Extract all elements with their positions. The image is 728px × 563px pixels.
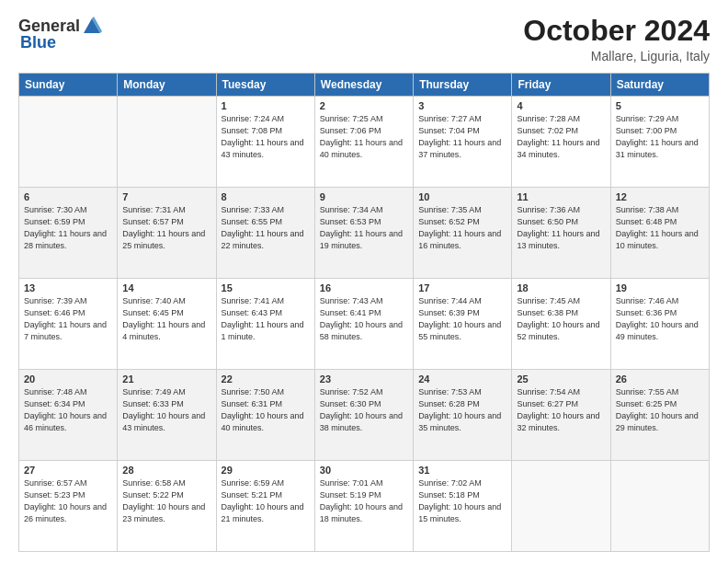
title-block: October 2024 Mallare, Liguria, Italy xyxy=(523,15,710,63)
day-info: Sunrise: 7:29 AM Sunset: 7:00 PM Dayligh… xyxy=(616,113,704,161)
day-info: Sunrise: 7:45 AM Sunset: 6:38 PM Dayligh… xyxy=(517,295,605,343)
day-info: Sunrise: 7:44 AM Sunset: 6:39 PM Dayligh… xyxy=(418,295,506,343)
day-number: 2 xyxy=(320,100,408,111)
day-number: 21 xyxy=(122,373,210,385)
day-number: 7 xyxy=(122,191,210,202)
calendar-cell: 31Sunrise: 7:02 AM Sunset: 5:18 PM Dayli… xyxy=(414,461,512,552)
calendar-cell: 16Sunrise: 7:43 AM Sunset: 6:41 PM Dayli… xyxy=(314,279,413,370)
day-number: 23 xyxy=(320,373,408,385)
day-info: Sunrise: 6:59 AM Sunset: 5:21 PM Dayligh… xyxy=(222,477,310,525)
calendar-cell: 26Sunrise: 7:55 AM Sunset: 6:25 PM Dayli… xyxy=(610,370,709,461)
day-of-week-header: Sunday xyxy=(19,74,118,97)
calendar-cell: 11Sunrise: 7:36 AM Sunset: 6:50 PM Dayli… xyxy=(512,188,610,279)
day-info: Sunrise: 7:40 AM Sunset: 6:45 PM Dayligh… xyxy=(122,295,210,343)
day-number: 1 xyxy=(222,100,310,111)
day-number: 27 xyxy=(24,465,112,476)
calendar-cell: 27Sunrise: 6:57 AM Sunset: 5:23 PM Dayli… xyxy=(19,461,118,552)
day-number: 5 xyxy=(616,100,704,111)
day-number: 29 xyxy=(222,465,310,476)
day-info: Sunrise: 7:25 AM Sunset: 7:06 PM Dayligh… xyxy=(320,113,408,161)
logo-blue: Blue xyxy=(20,33,56,52)
day-info: Sunrise: 7:24 AM Sunset: 7:08 PM Dayligh… xyxy=(222,113,310,161)
day-info: Sunrise: 7:02 AM Sunset: 5:18 PM Dayligh… xyxy=(418,477,506,525)
day-info: Sunrise: 7:34 AM Sunset: 6:53 PM Dayligh… xyxy=(320,204,408,252)
calendar-cell: 9Sunrise: 7:34 AM Sunset: 6:53 PM Daylig… xyxy=(314,188,413,279)
page: General Blue October 2024 Mallare, Ligur… xyxy=(0,0,728,563)
day-number: 13 xyxy=(24,282,112,293)
month-title: October 2024 xyxy=(523,15,710,47)
calendar-cell: 17Sunrise: 7:44 AM Sunset: 6:39 PM Dayli… xyxy=(414,279,512,370)
calendar-cell: 23Sunrise: 7:52 AM Sunset: 6:30 PM Dayli… xyxy=(314,370,413,461)
day-number: 16 xyxy=(320,282,408,293)
day-info: Sunrise: 7:35 AM Sunset: 6:52 PM Dayligh… xyxy=(418,204,506,252)
day-info: Sunrise: 7:31 AM Sunset: 6:57 PM Dayligh… xyxy=(122,204,210,252)
day-number: 19 xyxy=(616,282,704,293)
calendar-cell: 14Sunrise: 7:40 AM Sunset: 6:45 PM Dayli… xyxy=(118,279,216,370)
day-of-week-header: Tuesday xyxy=(216,74,314,97)
day-number: 17 xyxy=(418,282,506,293)
day-number: 6 xyxy=(24,191,112,202)
calendar-cell: 20Sunrise: 7:48 AM Sunset: 6:34 PM Dayli… xyxy=(19,370,118,461)
day-info: Sunrise: 7:33 AM Sunset: 6:55 PM Dayligh… xyxy=(222,204,310,252)
day-number: 9 xyxy=(320,191,408,202)
calendar-cell: 10Sunrise: 7:35 AM Sunset: 6:52 PM Dayli… xyxy=(414,188,512,279)
calendar-cell xyxy=(512,461,610,552)
day-number: 4 xyxy=(517,100,605,111)
day-number: 31 xyxy=(418,465,506,476)
day-info: Sunrise: 7:53 AM Sunset: 6:28 PM Dayligh… xyxy=(418,386,506,434)
calendar-cell xyxy=(118,97,216,188)
day-info: Sunrise: 7:01 AM Sunset: 5:19 PM Dayligh… xyxy=(320,477,408,525)
calendar-cell xyxy=(19,97,118,188)
calendar-cell: 7Sunrise: 7:31 AM Sunset: 6:57 PM Daylig… xyxy=(118,188,216,279)
day-number: 14 xyxy=(122,282,210,293)
calendar-week-row: 6Sunrise: 7:30 AM Sunset: 6:59 PM Daylig… xyxy=(19,188,710,279)
day-info: Sunrise: 7:50 AM Sunset: 6:31 PM Dayligh… xyxy=(222,386,310,434)
calendar-cell: 12Sunrise: 7:38 AM Sunset: 6:48 PM Dayli… xyxy=(610,188,709,279)
day-number: 12 xyxy=(616,191,704,202)
calendar-cell: 19Sunrise: 7:46 AM Sunset: 6:36 PM Dayli… xyxy=(610,279,709,370)
calendar-cell: 13Sunrise: 7:39 AM Sunset: 6:46 PM Dayli… xyxy=(19,279,118,370)
day-info: Sunrise: 6:57 AM Sunset: 5:23 PM Dayligh… xyxy=(24,477,112,525)
day-info: Sunrise: 7:49 AM Sunset: 6:33 PM Dayligh… xyxy=(122,386,210,434)
calendar-header-row: SundayMondayTuesdayWednesdayThursdayFrid… xyxy=(19,74,710,97)
day-number: 22 xyxy=(222,373,310,385)
calendar-cell: 3Sunrise: 7:27 AM Sunset: 7:04 PM Daylig… xyxy=(414,97,512,188)
calendar-cell: 24Sunrise: 7:53 AM Sunset: 6:28 PM Dayli… xyxy=(414,370,512,461)
calendar-cell: 29Sunrise: 6:59 AM Sunset: 5:21 PM Dayli… xyxy=(216,461,314,552)
day-number: 8 xyxy=(222,191,310,202)
day-number: 10 xyxy=(418,191,506,202)
day-number: 15 xyxy=(222,282,310,293)
calendar-cell: 25Sunrise: 7:54 AM Sunset: 6:27 PM Dayli… xyxy=(512,370,610,461)
day-of-week-header: Thursday xyxy=(414,74,512,97)
calendar-cell: 18Sunrise: 7:45 AM Sunset: 6:38 PM Dayli… xyxy=(512,279,610,370)
day-number: 25 xyxy=(517,373,605,385)
calendar-cell: 5Sunrise: 7:29 AM Sunset: 7:00 PM Daylig… xyxy=(610,97,709,188)
day-of-week-header: Saturday xyxy=(610,74,709,97)
day-of-week-header: Wednesday xyxy=(314,74,413,97)
day-number: 26 xyxy=(616,373,704,385)
day-number: 18 xyxy=(517,282,605,293)
day-info: Sunrise: 7:36 AM Sunset: 6:50 PM Dayligh… xyxy=(517,204,605,252)
calendar-cell: 22Sunrise: 7:50 AM Sunset: 6:31 PM Dayli… xyxy=(216,370,314,461)
day-info: Sunrise: 7:43 AM Sunset: 6:41 PM Dayligh… xyxy=(320,295,408,343)
location: Mallare, Liguria, Italy xyxy=(523,49,710,63)
day-number: 11 xyxy=(517,191,605,202)
day-info: Sunrise: 7:54 AM Sunset: 6:27 PM Dayligh… xyxy=(517,386,605,434)
calendar-cell: 8Sunrise: 7:33 AM Sunset: 6:55 PM Daylig… xyxy=(216,188,314,279)
calendar-week-row: 13Sunrise: 7:39 AM Sunset: 6:46 PM Dayli… xyxy=(19,279,710,370)
calendar-week-row: 20Sunrise: 7:48 AM Sunset: 6:34 PM Dayli… xyxy=(19,370,710,461)
calendar: SundayMondayTuesdayWednesdayThursdayFrid… xyxy=(18,73,710,552)
calendar-week-row: 1Sunrise: 7:24 AM Sunset: 7:08 PM Daylig… xyxy=(19,97,710,188)
day-info: Sunrise: 7:41 AM Sunset: 6:43 PM Dayligh… xyxy=(222,295,310,343)
day-number: 20 xyxy=(24,373,112,385)
day-info: Sunrise: 7:30 AM Sunset: 6:59 PM Dayligh… xyxy=(24,204,112,252)
day-info: Sunrise: 7:48 AM Sunset: 6:34 PM Dayligh… xyxy=(24,386,112,434)
day-of-week-header: Friday xyxy=(512,74,610,97)
day-number: 30 xyxy=(320,465,408,476)
day-info: Sunrise: 7:28 AM Sunset: 7:02 PM Dayligh… xyxy=(517,113,605,161)
day-of-week-header: Monday xyxy=(118,74,216,97)
day-info: Sunrise: 7:55 AM Sunset: 6:25 PM Dayligh… xyxy=(616,386,704,434)
calendar-cell: 1Sunrise: 7:24 AM Sunset: 7:08 PM Daylig… xyxy=(216,97,314,188)
day-info: Sunrise: 7:27 AM Sunset: 7:04 PM Dayligh… xyxy=(418,113,506,161)
calendar-cell: 4Sunrise: 7:28 AM Sunset: 7:02 PM Daylig… xyxy=(512,97,610,188)
